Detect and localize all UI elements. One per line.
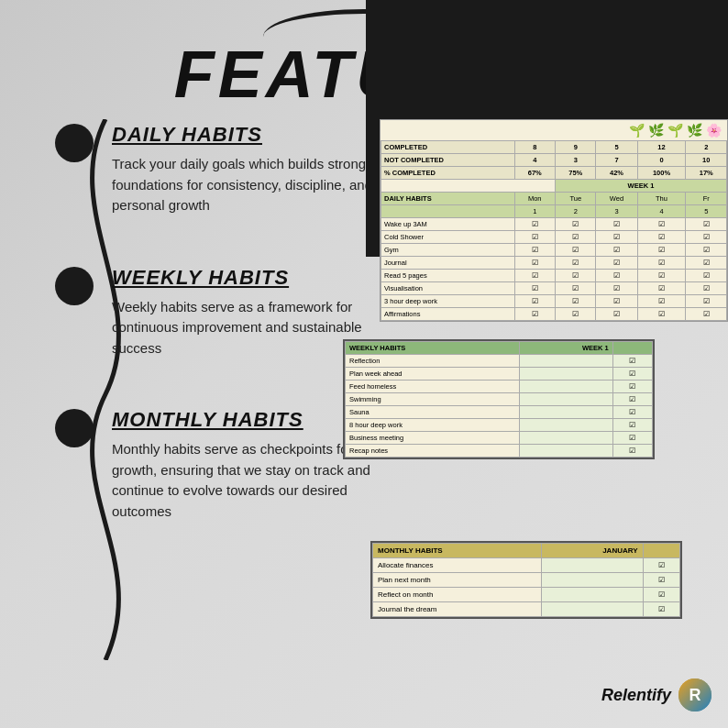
pct-val-3: 42% [596,167,637,180]
daily-habits-col-header: DAILY HABITS [381,193,515,205]
weekly-check-col [612,342,652,355]
check: ☑ [514,295,555,308]
check: ☑ [596,270,637,282]
check: ☑ [637,257,686,270]
weekly-check-7 [519,432,612,445]
dot-connector-2 [55,262,94,305]
completed-val-2: 9 [556,141,596,154]
completed-val-1: 8 [514,141,555,154]
svg-text:R: R [689,686,701,704]
weekly-habit-6: 8 hour deep work [346,419,520,432]
logo-area: Relentify R [601,678,711,711]
check: ☑ [686,282,727,295]
dot-connector-1 [55,119,94,162]
daily-habit-row-3: Gym [381,244,515,257]
check: ☑ [556,244,596,257]
monthly-habit-3: Reflect on month [373,588,542,602]
weekly-check-5b: ☑ [612,406,652,419]
completed-label: COMPLETED [381,141,515,154]
weekly-habit-1: Reflection [346,355,520,368]
day-thu: Thu [637,193,686,205]
pct-val-2: 75% [556,167,596,180]
check: ☑ [556,308,596,321]
section-dot-1 [55,124,94,162]
daily-habit-row-4: Journal [381,257,515,270]
daily-habit-row-2: Cold Shower [381,231,515,244]
monthly-month-label: JANUARY [541,544,643,558]
not-completed-val-1: 4 [514,154,555,167]
check: ☑ [514,308,555,321]
weekly-check-1 [519,355,612,368]
day-fri: Fr [686,193,727,205]
monthly-check-3 [541,588,643,602]
check: ☑ [556,295,596,308]
check: ☑ [637,231,686,244]
day-num-1: 1 [514,205,555,218]
check: ☑ [637,308,686,321]
weekly-check-5 [519,406,612,419]
monthly-check-1 [541,558,643,573]
check: ☑ [596,295,637,308]
weekly-check-3b: ☑ [612,381,652,393]
check: ☑ [556,282,596,295]
not-completed-val-4: 0 [637,154,686,167]
weekly-habit-3: Feed homeless [346,381,520,393]
right-panel: 🌱 🌿 🌱 🌿 🌸 COMPLETED 8 9 5 12 2 NOT COMPL… [343,119,728,688]
check: ☑ [556,231,596,244]
plant-icons: 🌱 🌿 🌱 🌿 🌸 [381,120,727,140]
weekly-habit-2: Plan week ahead [346,368,520,381]
week1-header: WEEK 1 [556,180,727,193]
check: ☑ [686,270,727,282]
weekly-check-8 [519,445,612,458]
monthly-header-label: MONTHLY HABITS [373,544,542,558]
completed-val-3: 5 [596,141,637,154]
weekly-habit-7: Business meeting [346,432,520,445]
weekly-check-8b: ☑ [612,445,652,458]
check: ☑ [556,218,596,231]
day-num-4: 4 [637,205,686,218]
day-num-5: 5 [686,205,727,218]
not-completed-val-2: 3 [556,154,596,167]
check: ☑ [637,270,686,282]
check: ☑ [596,244,637,257]
daily-habit-row-5: Read 5 pages [381,270,515,282]
weekly-habit-8: Recap notes [346,445,520,458]
day-nums-label [381,205,515,218]
section-dot-2 [55,267,94,305]
daily-habit-row-1: Wake up 3AM [381,218,515,231]
check: ☑ [637,244,686,257]
day-tue: Tue [556,193,596,205]
monthly-check-4 [541,602,643,617]
weekly-check-1b: ☑ [612,355,652,368]
monthly-check-1b: ☑ [643,558,679,573]
monthly-check-2b: ☑ [643,573,679,588]
daily-habit-row-7: 3 hour deep work [381,295,515,308]
check: ☑ [514,282,555,295]
weekly-check-7b: ☑ [612,432,652,445]
check: ☑ [596,218,637,231]
check: ☑ [556,257,596,270]
weekly-habits-section: WEEKLY HABITS Weekly habits serve as a f… [28,262,394,359]
check: ☑ [686,308,727,321]
weekly-check-2 [519,368,612,381]
day-num-3: 3 [596,205,637,218]
logo-icon: R [678,678,711,711]
daily-habits-table: 🌱 🌿 🌱 🌿 🌸 COMPLETED 8 9 5 12 2 NOT COMPL… [380,119,728,322]
weekly-check-3 [519,381,612,393]
monthly-habit-2: Plan next month [373,573,542,588]
weekly-habit-4: Swimming [346,393,520,406]
day-num-2: 2 [556,205,596,218]
completed-val-4: 12 [637,141,686,154]
pct-completed-label: % COMPLETED [381,167,515,180]
weekly-check-6 [519,419,612,432]
check: ☑ [514,244,555,257]
monthly-check-col [643,544,679,558]
pct-val-4: 100% [637,167,686,180]
section-dot-3 [55,409,94,447]
weekly-check-4 [519,393,612,406]
check: ☑ [556,270,596,282]
check: ☑ [637,218,686,231]
monthly-check-3b: ☑ [643,588,679,602]
check: ☑ [596,282,637,295]
monthly-habit-4: Journal the dream [373,602,542,617]
